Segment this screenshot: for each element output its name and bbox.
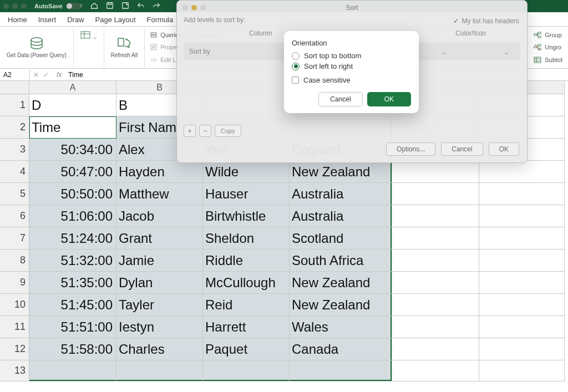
from-table-icon[interactable] [80,31,97,39]
cell[interactable]: Australia [290,205,392,227]
cell[interactable]: Tayler [116,294,203,316]
cell[interactable] [116,360,203,381]
cancel-formula-icon[interactable]: ✕ [33,71,39,79]
cell[interactable]: Wales [290,316,392,338]
col-header-a[interactable]: A [29,81,116,94]
tab-draw[interactable]: Draw [67,16,84,24]
row-header[interactable]: 3 [0,139,29,161]
cell[interactable]: Australia [290,183,392,205]
cell[interactable]: 51:58:00 [29,338,116,360]
cell[interactable] [479,272,565,294]
cell[interactable]: Riddle [203,250,290,272]
subtotal-button[interactable]: Subtot [534,55,562,65]
cell[interactable] [29,360,116,381]
cell[interactable]: Grant [116,227,203,250]
cell[interactable]: New Zealand [290,294,392,316]
cell[interactable]: Scotland [290,227,392,250]
get-data-button[interactable]: Get Data (Power Query) [0,27,74,68]
cell[interactable]: Matthew [116,183,203,205]
cell[interactable] [392,250,479,272]
row-header[interactable]: 10 [0,294,29,316]
cell[interactable]: Canada [290,338,392,360]
cell[interactable]: Birtwhistle [203,205,290,227]
cell-active[interactable]: Time [29,116,116,139]
cell[interactable] [392,316,479,338]
cell[interactable]: 51:51:00 [29,316,116,338]
row-header[interactable]: 4 [0,161,29,183]
select-all-corner[interactable] [0,81,29,94]
sort-ok-button[interactable]: OK [489,142,519,156]
row-header[interactable]: 5 [0,183,29,205]
row-header[interactable]: 8 [0,250,29,272]
cell[interactable]: Hayden [116,161,203,183]
cell[interactable]: 51:35:00 [29,272,116,294]
cell[interactable] [203,360,290,381]
cell[interactable]: 50:47:00 [29,161,116,183]
cell[interactable] [479,250,565,272]
cell[interactable]: Charles [116,338,203,360]
cell[interactable] [392,227,479,250]
window-controls[interactable] [3,3,27,9]
cell[interactable] [392,360,479,381]
cell[interactable] [290,360,392,381]
group-button[interactable]: Group [534,30,562,40]
tab-formulas[interactable]: Formula [147,16,174,24]
redo-icon[interactable] [153,2,160,11]
row-header[interactable]: 13 [0,360,29,381]
cell[interactable]: Iestyn [116,316,203,338]
save-icon[interactable] [106,2,114,11]
cell[interactable]: 51:45:00 [29,294,116,316]
cell[interactable] [479,183,565,205]
orientation-ok-button[interactable]: OK [367,92,411,106]
tab-home[interactable]: Home [8,16,27,24]
cell[interactable]: Jacob [116,205,203,227]
sort-top-bottom-option[interactable]: Sort top to bottom [292,52,411,60]
sort-options-button[interactable]: Options... [386,142,435,156]
cell[interactable]: D [29,94,116,116]
cell[interactable] [479,316,565,338]
cell[interactable] [479,161,565,183]
cell[interactable] [392,205,479,227]
cell[interactable] [392,272,479,294]
cell[interactable]: New Zealand [290,161,392,183]
dialog-window-controls[interactable] [182,5,206,11]
cell[interactable] [392,161,479,183]
row-header[interactable]: 6 [0,205,29,227]
row-header[interactable]: 1 [0,94,29,116]
row-header[interactable]: 11 [0,316,29,338]
copy-level-button[interactable]: Copy [215,125,241,137]
cell[interactable]: Paquet [203,338,290,360]
cell[interactable]: Sheldon [203,227,290,250]
cell[interactable] [479,294,565,316]
sort-left-right-option[interactable]: Sort left to right [292,62,411,70]
row-header[interactable]: 7 [0,227,29,250]
headers-checkbox[interactable]: ✓My list has headers [453,17,519,25]
accept-formula-icon[interactable]: ✓ [43,71,49,79]
cell[interactable] [392,338,479,360]
undo-icon[interactable] [137,2,145,11]
cell[interactable]: Jamie [116,250,203,272]
cell[interactable] [479,227,565,250]
name-box[interactable]: A2 [0,70,30,80]
autosave-toggle[interactable]: AutoSave OFF [34,3,83,9]
row-header[interactable]: 9 [0,272,29,294]
orientation-cancel-button[interactable]: Cancel [318,92,362,106]
cell[interactable]: South Africa [290,250,392,272]
row-header[interactable]: 2 [0,116,29,139]
sort-cancel-button[interactable]: Cancel [441,142,483,156]
cell[interactable] [479,205,565,227]
cell[interactable] [479,360,565,381]
cell[interactable]: Dylan [116,272,203,294]
add-level-button[interactable]: + [184,125,196,137]
cell[interactable]: 51:24:00 [29,227,116,250]
cell[interactable]: 51:32:00 [29,250,116,272]
cell[interactable]: 51:06:00 [29,205,116,227]
cell[interactable]: Reid [203,294,290,316]
formula-input[interactable]: Time [66,71,83,79]
tab-page-layout[interactable]: Page Layout [95,16,136,24]
cell[interactable]: 50:34:00 [29,139,116,161]
cell[interactable]: McCullough [203,272,290,294]
ungroup-button[interactable]: Ungro [534,42,562,52]
tab-insert[interactable]: Insert [38,16,57,24]
cell[interactable] [392,294,479,316]
